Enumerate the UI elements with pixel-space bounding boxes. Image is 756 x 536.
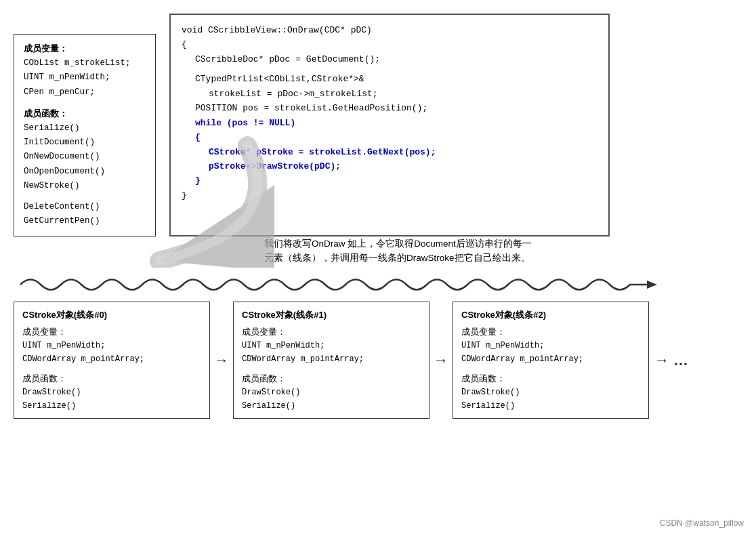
stroke-box-1-funcs-title: 成员函数：	[242, 371, 421, 386]
member-var-2: UINT m_nPenWidth;	[24, 70, 146, 85]
stroke-box-0-func-2: Serialize()	[22, 400, 201, 413]
stroke-box-2-func-1: DrawStroke()	[461, 386, 640, 400]
member-box: 成员变量： CObList m_strokeList; UINT m_nPenW…	[14, 34, 156, 236]
while-keyword: while (pos != NULL)	[195, 118, 295, 128]
stroke-box-2-vars-title: 成员变量：	[461, 325, 640, 339]
stroke-arrow-01: →	[210, 352, 233, 369]
more-indicator: → …	[649, 352, 688, 369]
stroke-box-1-func-2: Serialize()	[242, 400, 421, 413]
svg-marker-1	[647, 281, 657, 289]
stroke-box-0-func-1: DrawStroke()	[22, 386, 201, 400]
wave-separator	[14, 271, 742, 295]
stroke-arrow-12: →	[429, 352, 453, 369]
main-container: 成员变量： CObList m_strokeList; UINT m_nPenW…	[0, 0, 756, 536]
member-func-4: OnOpenDocument()	[24, 165, 146, 179]
watermark: CSDN @watson_pillow	[660, 518, 744, 528]
code-line-1: void CScribbleView::OnDraw(CDC* pDC)	[182, 23, 597, 37]
description-content: 我们将改写OnDraw 如上，令它取得Document后巡访串行的每一 元素（线…	[264, 239, 532, 264]
stroke-box-2-var-1: UINT m_nPenWidth;	[461, 339, 640, 353]
stroke-box-1-var-2: CDWordArray m_pointArray;	[242, 353, 421, 367]
member-vars-title: 成员变量：	[24, 41, 146, 56]
stroke-box-0-var-2: CDWordArray m_pointArray;	[22, 353, 201, 367]
member-func-7: GetCurrentPen()	[24, 214, 146, 228]
code-line-10: CStroke* pStroke = strokeList.GetNext(po…	[182, 145, 597, 159]
code-line-7: POSITION pos = strokeList.GetHeadPositio…	[182, 101, 597, 115]
code-line-11: pStroke->DrawStroke(pDC);	[182, 159, 597, 173]
stroke-box-1-title: CStroke对象(线条#1)	[242, 308, 421, 322]
top-section: 成员变量： CObList m_strokeList; UINT m_nPenW…	[14, 14, 742, 236]
member-func-1: Serialize()	[24, 121, 146, 136]
stroke-box-0-title: CStroke对象(线条#0)	[22, 308, 201, 322]
stroke-box-0: CStroke对象(线条#0) 成员变量： UINT m_nPenWidth; …	[14, 302, 210, 419]
code-line-12: }	[182, 173, 597, 188]
stroke-box-1-func-1: DrawStroke()	[242, 386, 421, 400]
stroke-box-2: CStroke对象(线条#2) 成员变量： UINT m_nPenWidth; …	[453, 302, 649, 419]
member-var-3: CPen m_penCur;	[24, 85, 146, 100]
wave-svg	[14, 271, 657, 295]
member-funcs-title: 成员函数：	[24, 106, 146, 121]
code-line-2: {	[182, 37, 597, 51]
code-line-9: {	[182, 130, 597, 144]
stroke-box-0-var-1: UINT m_nPenWidth;	[22, 339, 201, 353]
code-line-5: CTypedPtrList<CObList,CStroke*>&	[182, 72, 597, 86]
code-box: void CScribbleView::OnDraw(CDC* pDC) { C…	[169, 14, 610, 236]
stroke-box-2-var-2: CDWordArray m_pointArray;	[461, 353, 640, 367]
stroke-box-0-funcs-title: 成员函数：	[22, 371, 201, 386]
code-line-3: CScribbleDoc* pDoc = GetDocument();	[182, 52, 597, 66]
stroke-box-1-var-1: UINT m_nPenWidth;	[242, 339, 421, 353]
member-func-3: OnNewDocument()	[24, 150, 146, 164]
member-func-6: DeleteContent()	[24, 200, 146, 214]
bottom-section: CStroke对象(线条#0) 成员变量： UINT m_nPenWidth; …	[14, 302, 742, 419]
stroke-box-1-vars-title: 成员变量：	[242, 325, 421, 339]
member-var-1: CObList m_strokeList;	[24, 56, 146, 70]
description-text: 我们将改写OnDraw 如上，令它取得Document后巡访串行的每一 元素（线…	[264, 236, 671, 266]
stroke-box-2-funcs-title: 成员函数：	[461, 371, 640, 386]
stroke-box-2-title: CStroke对象(线条#2)	[461, 308, 640, 322]
stroke-box-0-vars-title: 成员变量：	[22, 325, 201, 339]
stroke-box-2-func-2: Serialize()	[461, 400, 640, 413]
member-func-5: NewStroke()	[24, 179, 146, 193]
code-line-8: while (pos != NULL)	[182, 116, 597, 130]
stroke-box-1: CStroke对象(线条#1) 成员变量： UINT m_nPenWidth; …	[233, 302, 429, 419]
member-func-2: InitDocument()	[24, 136, 146, 150]
code-line-6: strokeList = pDoc->m_strokeList;	[182, 87, 597, 101]
code-line-13: }	[182, 188, 597, 203]
